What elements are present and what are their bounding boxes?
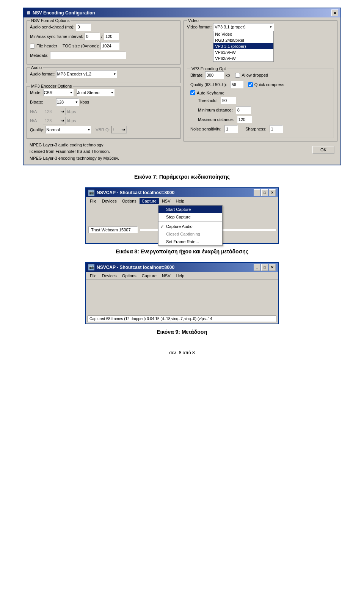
close-button[interactable]: ✕ [331, 9, 338, 16]
menu9-nsv[interactable]: NSV [160, 273, 173, 279]
menu-capture[interactable]: Capture [140, 198, 159, 204]
na2-label: N/A [30, 118, 41, 123]
max-distance-row: Maximum distance: [198, 116, 331, 123]
video-option-vp61[interactable]: VP61/VFW [213, 49, 273, 55]
minimize-button-9[interactable]: _ [254, 264, 260, 271]
stereo-select-wrapper[interactable]: Joint Stereo [77, 89, 115, 96]
noise-input[interactable] [224, 125, 238, 133]
file-header-label: File header [36, 44, 57, 48]
menu9-help[interactable]: Help [174, 273, 187, 279]
set-frame-rate[interactable]: Set Frame Rate... [158, 238, 222, 245]
video-format-label: Video format: [187, 25, 212, 29]
mode-select[interactable]: CBR [43, 89, 74, 96]
close-button-9[interactable]: ✕ [269, 264, 276, 271]
mode-row: Mode: CBR Joint Stereo [30, 89, 177, 96]
allow-dropped-checkbox[interactable] [235, 73, 240, 78]
ok-button[interactable]: OK [312, 146, 334, 154]
mpeg-text-3: MPEG Layer-3 encoding technology by Mp3d… [30, 155, 177, 162]
figure9-wrapper: 📷 NSVCAP - Shoutcast localhost:8000 _ □ … [85, 262, 279, 324]
quick-compress-checkbox[interactable] [248, 82, 253, 87]
nsvcap9-title: NSVCAP - Shoutcast localhost:8000 [97, 265, 174, 270]
mpeg-text-block: MPEG Layer-3 audio coding technology lic… [27, 142, 180, 154]
vbr-select-wrapper: 5 [111, 126, 127, 134]
mpeg-text-1: MPEG Layer-3 audio coding technology [30, 142, 177, 148]
auto-keyframe-checkbox[interactable] [190, 90, 195, 95]
vbr-select: 5 [111, 126, 127, 134]
sharpness-input[interactable] [270, 125, 283, 133]
menu-help[interactable]: Help [174, 198, 187, 204]
stereo-select[interactable]: Joint Stereo [77, 89, 115, 96]
figure8-wrapper: 📷 NSVCAP - Shoutcast localhost:8000 _ □ … [85, 187, 279, 244]
file-header-checkbox[interactable] [30, 44, 35, 49]
dialog-titlebar: 🖥 NSV Encoding Configuration ✕ [24, 8, 340, 17]
vp3-group: VP3 Encoding Opt Bitrate: kb Allow dropp… [187, 69, 334, 138]
menu-options[interactable]: Options [120, 198, 139, 204]
menu-nsv[interactable]: NSV [160, 198, 173, 204]
video-format-select[interactable]: VP3 3.1 (proper) ▼ [213, 23, 274, 31]
audio-format-select-wrapper[interactable]: MP3 Encoder v1.2 [56, 70, 117, 78]
file-header-row: File header TOC size (0=none): [30, 42, 177, 50]
threshold-input[interactable] [221, 97, 236, 104]
menu9-capture[interactable]: Capture [140, 273, 159, 279]
bitrate-select-wrapper[interactable]: 128 [56, 98, 79, 106]
vp3-bitrate-label: Bitrate: [190, 73, 204, 77]
capture-audio[interactable]: Capture Audio [158, 223, 222, 230]
status-bar: Captured 68 frames (12 dropped) 0:04:15 … [88, 316, 276, 322]
vp3-bitrate-unit: kb [226, 73, 230, 77]
capture-stop[interactable]: Stop Capture [158, 213, 222, 221]
maximize-button-9[interactable]: □ [261, 264, 268, 271]
allow-dropped-label: Allow dropped [242, 73, 268, 77]
quality-vp3-input[interactable] [230, 81, 243, 88]
nsvcap8-body: Start Capture Stop Capture Capture Audio… [86, 205, 278, 243]
figure7-wrapper: 🖥 NSV Encoding Configuration ✕ NSV Forma… [23, 8, 341, 165]
page-footer: σελ. 8 από 8 [169, 350, 195, 355]
video-option-novideo[interactable]: No Video [213, 31, 273, 37]
video-option-rgb[interactable]: RGB 24bit/pixel [213, 37, 273, 43]
video-group: Video Video format: VP3 3.1 (proper) ▼ N… [184, 20, 337, 141]
video-option-vp3[interactable]: VP3 3.1 (proper) [213, 43, 273, 49]
menu-file[interactable]: File [88, 198, 99, 204]
menu-devices[interactable]: Devices [100, 198, 119, 204]
caption8: Εικόνα 8: Ενεργοποίηση ήχου και έναρξη μ… [116, 248, 248, 255]
na2-select-wrapper: 128 [43, 117, 66, 124]
mpeg-text-2: licensed from Fraunhofer IIS and Thomson… [30, 148, 177, 155]
mode-select-wrapper[interactable]: CBR [43, 89, 74, 96]
nsvcap8-title: NSVCAP - Shoutcast localhost:8000 [97, 190, 174, 195]
webcam-label: Trust Webcam 15007 [88, 226, 138, 233]
video-format-dropdown-container[interactable]: VP3 3.1 (proper) ▼ No Video RGB 24bit/pi… [213, 23, 274, 31]
quality-select[interactable]: Normal [46, 126, 91, 134]
menu9-options[interactable]: Options [120, 273, 139, 279]
nsvcap8-controls: _ □ ✕ [254, 189, 276, 196]
sync-max-input[interactable] [104, 33, 119, 40]
menu9-file[interactable]: File [88, 273, 99, 279]
capture-start[interactable]: Start Capture [158, 206, 222, 213]
minimize-button[interactable]: _ [254, 189, 260, 196]
max-distance-label: Maximum distance: [198, 117, 234, 122]
menu9-devices[interactable]: Devices [100, 273, 119, 279]
dialog-title: NSV Encoding Configuration [33, 10, 95, 16]
min-distance-input[interactable] [236, 106, 251, 114]
video-option-vp62[interactable]: VP62/VFW [213, 55, 273, 61]
close-button-8[interactable]: ✕ [269, 189, 276, 196]
dialog-icon: 🖥 [26, 10, 30, 16]
quality-select-wrapper[interactable]: Normal [46, 126, 91, 134]
nsvcap-dialog-9: 📷 NSVCAP - Shoutcast localhost:8000 _ □ … [85, 262, 279, 324]
na2-row: N/A 128 kbps [30, 117, 177, 124]
vp3-bitrate-input[interactable] [205, 71, 224, 79]
audio-format-select[interactable]: MP3 Encoder v1.2 [56, 70, 117, 78]
vp3-bitrate-row: Bitrate: kb Allow dropped [190, 71, 331, 79]
toc-input[interactable] [100, 42, 119, 50]
audio-group-label: Audio [30, 65, 43, 70]
sync-interval-label: Min/max sync frame interval: [30, 34, 83, 39]
metadata-input[interactable] [50, 52, 126, 59]
bitrate-select[interactable]: 128 [56, 98, 79, 106]
threshold-label: Threshold: [198, 98, 218, 103]
sync-min-input[interactable] [85, 33, 100, 40]
status-text: Captured 68 frames (12 dropped) 0:04:15 … [89, 317, 212, 321]
max-distance-input[interactable] [237, 116, 252, 123]
quality-label: Quality: [30, 127, 44, 132]
audio-sendahead-input[interactable] [76, 23, 91, 31]
auto-keyframe-label: Auto Keyframe [197, 91, 224, 95]
maximize-button[interactable]: □ [261, 189, 268, 196]
quality-vp3-row: Quality (63=l 50=h): Quick compress [190, 81, 331, 88]
